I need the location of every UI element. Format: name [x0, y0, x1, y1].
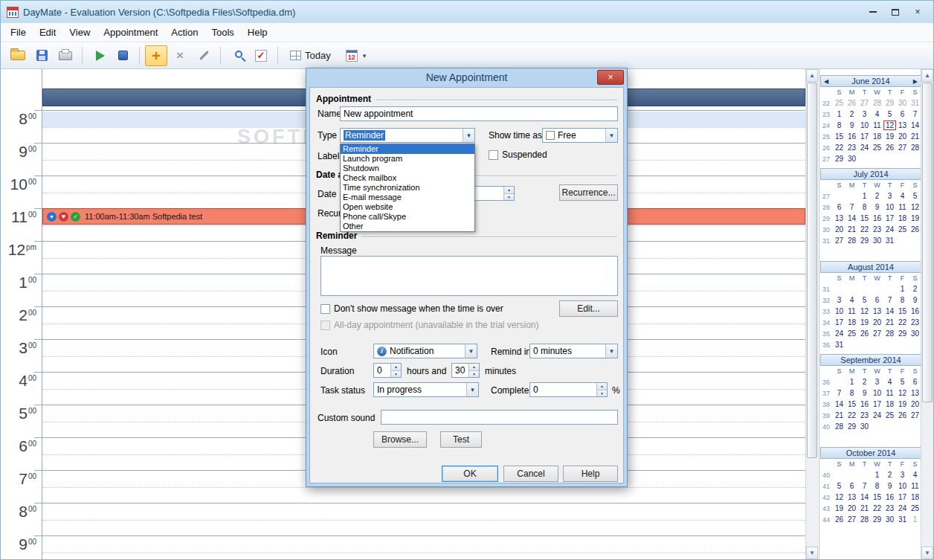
mini-day[interactable]: 30 [871, 236, 883, 245]
mini-day[interactable]: 22 [833, 144, 846, 152]
message-field[interactable] [321, 256, 618, 296]
menu-item-file[interactable]: File [4, 25, 33, 40]
mini-day[interactable]: 18 [871, 132, 883, 141]
close-button[interactable]: × [906, 4, 929, 20]
duration-minutes-stepper[interactable]: 30 ▲▼ [451, 363, 480, 378]
mini-day[interactable]: 6 [833, 203, 846, 211]
mini-day[interactable]: 14 [858, 493, 871, 501]
type-option-4[interactable]: Time synchronization [341, 183, 474, 193]
find-button[interactable] [226, 45, 248, 66]
next-month-icon[interactable]: ▶ [913, 78, 918, 85]
mini-day[interactable]: 6 [846, 482, 858, 490]
mini-day[interactable]: 28 [909, 144, 921, 152]
mini-day[interactable]: 7 [833, 389, 846, 397]
browse-button[interactable]: Browse... [373, 431, 427, 448]
mini-day[interactable]: 18 [909, 493, 921, 501]
mini-day[interactable]: 15 [871, 493, 883, 501]
mini-day[interactable]: 11 [896, 203, 909, 211]
type-option-8[interactable]: Other [341, 222, 474, 231]
scroll-down-icon[interactable]: ▼ [806, 547, 818, 559]
dialog-close-button[interactable]: × [597, 70, 624, 85]
mini-day[interactable]: 4 [846, 296, 858, 304]
combo-arrow-icon[interactable]: ▼ [465, 344, 477, 358]
mini-day[interactable]: 7 [846, 203, 858, 211]
mini-day[interactable]: 12 [833, 493, 846, 501]
mini-day[interactable]: 2 [846, 110, 858, 118]
mini-day[interactable]: 23 [846, 144, 858, 152]
mini-day[interactable]: 3 [883, 192, 896, 200]
spin-up-icon[interactable]: ▲ [469, 364, 479, 370]
combo-arrow-icon[interactable]: ▼ [605, 344, 617, 358]
hour-row-13[interactable] [42, 535, 805, 559]
type-option-1[interactable]: Launch program [341, 154, 474, 164]
mini-day[interactable]: 23 [909, 318, 921, 326]
test-button[interactable]: Test [440, 431, 482, 448]
mini-day[interactable]: 8 [833, 121, 846, 129]
mini-day[interactable]: 31 [909, 99, 921, 107]
type-option-3[interactable]: Check mailbox [341, 173, 474, 183]
mini-day[interactable]: 25 [883, 411, 896, 419]
mini-day[interactable]: 29 [871, 515, 883, 524]
mini-day[interactable]: 29 [846, 422, 858, 431]
maximize-button[interactable] [884, 4, 906, 20]
menu-item-view[interactable]: View [62, 25, 97, 40]
mini-day[interactable]: 17 [896, 493, 909, 501]
mini-day[interactable]: 2 [883, 471, 896, 479]
mini-day[interactable]: 29 [858, 236, 871, 245]
mini-day[interactable]: 8 [896, 296, 909, 304]
mini-day[interactable]: 3 [858, 110, 871, 118]
mini-day[interactable]: 6 [871, 296, 883, 304]
mini-day[interactable]: 27 [871, 329, 883, 338]
mini-day[interactable]: 22 [871, 504, 883, 512]
mini-day[interactable]: 30 [846, 155, 858, 163]
mini-day[interactable]: 30 [896, 99, 909, 107]
combo-arrow-icon[interactable]: ▼ [463, 129, 474, 142]
mini-day[interactable]: 31 [883, 236, 896, 245]
remind-in-combobox[interactable]: 0 minutes ▼ [529, 344, 618, 358]
mini-day[interactable]: 6 [909, 378, 921, 386]
mini-day[interactable]: 19 [896, 400, 909, 408]
mini-day[interactable]: 5 [833, 482, 846, 490]
mini-day[interactable]: 16 [858, 400, 871, 408]
scroll-up-icon[interactable]: ▲ [921, 69, 933, 82]
mini-day[interactable]: 27 [909, 411, 921, 419]
mini-day[interactable]: 3 [896, 471, 909, 479]
mini-day[interactable]: 18 [896, 214, 909, 222]
dont-show-message-checkbox[interactable]: Don't show message when the time is over [321, 303, 503, 314]
task-status-combobox[interactable]: In progress ▼ [373, 382, 479, 397]
mini-day[interactable]: 15 [896, 307, 909, 315]
mini-day[interactable]: 22 [846, 411, 858, 419]
mini-day[interactable]: 27 [858, 99, 871, 107]
mini-day[interactable]: 1 [871, 471, 883, 479]
save-button[interactable] [30, 45, 53, 66]
mini-day[interactable]: 11 [846, 307, 858, 315]
mini-day[interactable]: 3 [833, 296, 846, 304]
mini-day[interactable]: 16 [883, 493, 896, 501]
cancel-button[interactable]: Cancel [503, 466, 558, 482]
type-option-2[interactable]: Shutdown [341, 164, 474, 173]
mini-day[interactable]: 28 [833, 422, 846, 431]
mini-day[interactable]: 19 [858, 318, 871, 326]
mini-day[interactable]: 5 [858, 296, 871, 304]
mini-day[interactable]: 25 [871, 144, 883, 152]
mini-day[interactable]: 28 [858, 515, 871, 524]
mini-day[interactable]: 4 [883, 378, 896, 386]
custom-sound-field[interactable] [381, 410, 618, 425]
mini-day[interactable]: 24 [871, 411, 883, 419]
mini-day[interactable]: 20 [909, 400, 921, 408]
mini-day[interactable]: 12 [858, 307, 871, 315]
mini-day[interactable]: 21 [883, 318, 896, 326]
mini-day[interactable]: 25 [846, 329, 858, 338]
suspended-checkbox[interactable]: Suspended [489, 149, 547, 160]
type-option-6[interactable]: Open website [341, 202, 474, 212]
print-button[interactable] [54, 45, 77, 66]
clear-button[interactable] [193, 45, 215, 66]
type-option-7[interactable]: Phone call/Skype [341, 212, 474, 222]
mini-day[interactable]: 21 [846, 225, 858, 234]
mini-day[interactable]: 13 [909, 389, 921, 397]
mini-day[interactable]: 7 [883, 296, 896, 304]
mini-day[interactable]: 12 [896, 389, 909, 397]
mini-day[interactable]: 17 [833, 318, 846, 326]
mini-day[interactable]: 8 [846, 389, 858, 397]
mini-day[interactable]: 20 [896, 132, 909, 141]
